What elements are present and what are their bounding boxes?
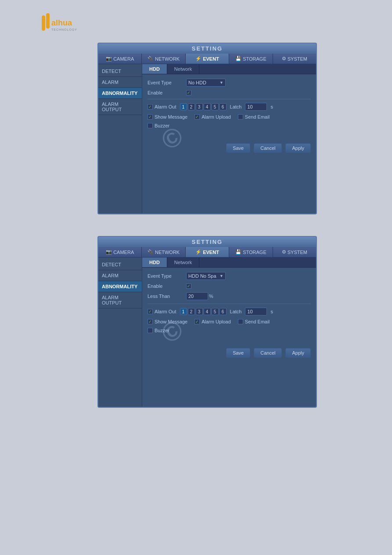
show-message-label: Show Message <box>155 114 187 120</box>
sub-tab-network-b[interactable]: Network <box>167 258 199 267</box>
tab-storage[interactable]: 💾 STORAGE <box>229 54 273 64</box>
options-row-b: Show Message Alarm Upload Send Email <box>147 319 311 324</box>
tab-event-b[interactable]: ⚡ EVENT <box>186 247 229 257</box>
send-email-label: Send Email <box>245 114 270 120</box>
event-type-dropdown[interactable]: No HDD ▼ <box>186 79 226 87</box>
num-box-5-b[interactable]: 5 <box>212 308 219 315</box>
tab-system-b[interactable]: ⚙ SYSTEM <box>273 247 316 257</box>
event-icon: ⚡ <box>195 56 201 62</box>
tab-storage-b[interactable]: 💾 STORAGE <box>229 247 273 257</box>
latch-label-b: Latch <box>230 309 242 314</box>
latch-unit-b: s <box>270 309 273 314</box>
enable-label: Enable <box>147 90 183 95</box>
sidebar-abnormality-b[interactable]: ABNORMALITY <box>98 281 142 292</box>
tab-event-label: EVENT <box>203 56 219 62</box>
event-type-value: No HDD <box>188 80 206 85</box>
tab-event[interactable]: ⚡ EVENT <box>186 54 229 64</box>
tab-system[interactable]: ⚙ SYSTEM <box>273 54 316 64</box>
alarm-upload-checkbox[interactable] <box>194 114 200 120</box>
send-email-group: Send Email <box>238 114 270 120</box>
latch-input-b[interactable] <box>245 308 267 316</box>
buzzer-row-b: Buzzer <box>147 328 311 333</box>
tab-storage-label-b: STORAGE <box>243 250 266 255</box>
alarm-out-group: Alarm Out <box>147 104 176 109</box>
cancel-button-b[interactable]: Cancel <box>254 348 282 358</box>
sidebar-alarm-output-b[interactable]: ALARM OUTPUT <box>98 292 142 308</box>
send-email-group-b: Send Email <box>238 319 270 324</box>
num-box-2-b[interactable]: 2 <box>188 308 195 315</box>
tab-network-b[interactable]: 🔌 NETWORK <box>142 247 185 257</box>
less-than-row: Less Than % <box>147 292 311 300</box>
panel-bottom-title: SETTING <box>98 237 316 247</box>
num-box-4[interactable]: 4 <box>204 103 211 110</box>
enable-label-b: Enable <box>147 283 183 289</box>
tab-system-label-b: SYSTEM <box>288 250 307 255</box>
sidebar-detect[interactable]: DETECT <box>98 66 142 77</box>
num-box-6[interactable]: 6 <box>219 103 227 110</box>
form-top: Event Type No HDD ▼ Enable Alar <box>142 74 316 136</box>
alarm-out-group-b: Alarm Out <box>147 309 176 314</box>
show-message-checkbox[interactable] <box>147 114 153 120</box>
event-type-row: Event Type No HDD ▼ <box>147 79 311 87</box>
tab-camera-b[interactable]: 📷 CAMERA <box>98 247 142 257</box>
panel-top-body: DETECT ALARM ABNORMALITY ALARM OUTPUT HD… <box>98 64 316 214</box>
num-box-2[interactable]: 2 <box>188 103 195 110</box>
main-content-bottom: HDD Network Event Type HDD No Spa ▼ Enab… <box>142 258 316 407</box>
sidebar-alarm-b[interactable]: ALARM <box>98 270 142 281</box>
storage-icon-b: 💾 <box>235 249 241 255</box>
dropdown-arrow-icon: ▼ <box>219 80 223 85</box>
sub-tabs-bottom: HDD Network <box>142 258 316 268</box>
system-icon-b: ⚙ <box>282 249 286 255</box>
num-box-6-b[interactable]: 6 <box>219 308 227 315</box>
num-box-1-b[interactable]: 1 <box>180 308 187 315</box>
alarm-out-checkbox-b[interactable] <box>147 309 153 314</box>
alarm-out-row-b: Alarm Out 1 2 3 4 5 6 Latch s <box>147 308 311 316</box>
save-button-b[interactable]: Save <box>226 348 250 358</box>
event-type-value-b: HDD No Spa <box>188 273 216 279</box>
save-button[interactable]: Save <box>226 143 250 153</box>
divider-1 <box>147 99 311 99</box>
network-icon-b: 🔌 <box>147 249 154 255</box>
num-box-5[interactable]: 5 <box>212 103 219 110</box>
event-icon-b: ⚡ <box>195 249 201 255</box>
event-type-dropdown-b[interactable]: HDD No Spa ▼ <box>186 272 226 280</box>
apply-button-b[interactable]: Apply <box>285 348 311 358</box>
tab-system-label: SYSTEM <box>288 56 307 62</box>
sidebar-abnormality[interactable]: ABNORMALITY <box>98 88 142 99</box>
sub-tab-network[interactable]: Network <box>167 64 199 74</box>
num-box-4-b[interactable]: 4 <box>204 308 211 315</box>
alarm-out-checkbox[interactable] <box>147 104 153 109</box>
alarm-upload-group: Alarm Upload <box>194 114 231 120</box>
num-box-1[interactable]: 1 <box>180 103 187 110</box>
sub-tab-hdd[interactable]: HDD <box>142 64 167 74</box>
sub-tab-hdd-b[interactable]: HDD <box>142 258 167 267</box>
percent-unit: % <box>209 294 213 299</box>
tab-network[interactable]: 🔌 NETWORK <box>142 54 185 64</box>
send-email-checkbox-b[interactable] <box>238 319 243 324</box>
latch-input[interactable] <box>245 103 267 111</box>
svg-rect-0 <box>42 15 45 31</box>
svg-text:TECHNOLOGY: TECHNOLOGY <box>51 28 77 31</box>
buzzer-checkbox[interactable] <box>147 123 153 128</box>
panel-bottom: SETTING 📷 CAMERA 🔌 NETWORK ⚡ EVENT 💾 STO… <box>97 236 317 408</box>
send-email-checkbox[interactable] <box>238 114 243 120</box>
enable-checkbox-b[interactable] <box>186 283 191 289</box>
enable-checkbox[interactable] <box>186 90 191 95</box>
tab-network-label: NETWORK <box>155 56 180 62</box>
tab-camera[interactable]: 📷 CAMERA <box>98 54 142 64</box>
sidebar-top: DETECT ALARM ABNORMALITY ALARM OUTPUT <box>98 64 142 214</box>
num-box-3[interactable]: 3 <box>196 103 203 110</box>
show-message-group: Show Message <box>147 114 187 120</box>
less-than-input[interactable] <box>186 292 208 300</box>
alarm-upload-checkbox-b[interactable] <box>194 319 200 324</box>
sidebar-alarm[interactable]: ALARM <box>98 77 142 88</box>
buzzer-checkbox-b[interactable] <box>147 328 153 333</box>
apply-button[interactable]: Apply <box>285 143 311 153</box>
sidebar-detect-b[interactable]: DETECT <box>98 259 142 270</box>
show-message-checkbox-b[interactable] <box>147 319 153 324</box>
buzzer-label: Buzzer <box>155 123 169 128</box>
sidebar-alarm-output[interactable]: ALARM OUTPUT <box>98 99 142 115</box>
num-box-3-b[interactable]: 3 <box>196 308 203 315</box>
latch-unit: s <box>270 104 273 109</box>
cancel-button[interactable]: Cancel <box>254 143 282 153</box>
